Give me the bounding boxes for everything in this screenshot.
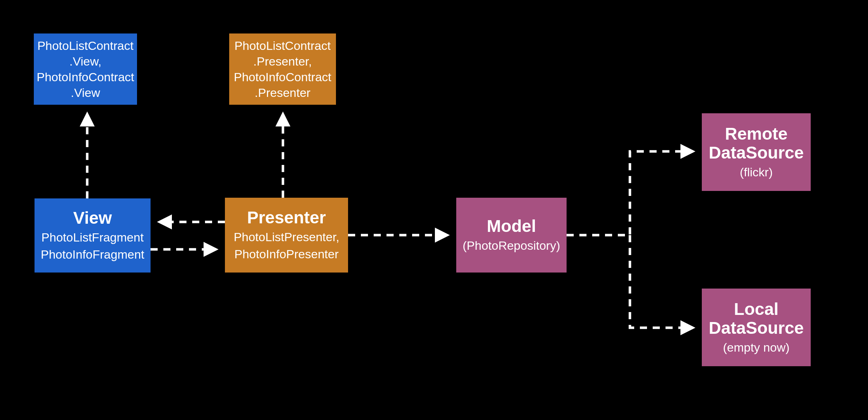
text-view-contract-l3: PhotoInfoContract <box>37 69 134 85</box>
box-view-contract: PhotoListContract .View, PhotoInfoContra… <box>34 33 137 105</box>
box-presenter: Presenter PhotoListPresenter, PhotoInfoP… <box>225 198 348 273</box>
text-remote-title2: DataSource <box>709 144 804 162</box>
text-remote-title1: Remote <box>725 125 788 144</box>
text-presenter-sub1: PhotoListPresenter, <box>234 229 340 245</box>
box-presenter-contract: PhotoListContract .Presenter, PhotoInfoC… <box>229 33 336 105</box>
text-view-sub2: PhotoInfoFragment <box>41 247 144 262</box>
text-view-contract-l1: PhotoListContract <box>37 38 133 53</box>
text-presenter-contract-l3: PhotoInfoContract <box>234 69 331 85</box>
box-remote-datasource: Remote DataSource (flickr) <box>702 113 811 191</box>
box-model: Model (PhotoRepository) <box>456 198 567 273</box>
text-view-contract-l4: .View <box>71 85 100 100</box>
text-model-title: Model <box>487 217 536 236</box>
arrow-model-to-remote <box>567 151 693 235</box>
text-remote-sub1: (flickr) <box>740 165 773 180</box>
text-local-title2: DataSource <box>709 319 804 338</box>
text-local-title1: Local <box>734 300 778 319</box>
diagram-canvas: PhotoListContract .View, PhotoInfoContra… <box>0 0 868 420</box>
arrow-model-to-local <box>630 235 693 328</box>
text-view-contract-l2: .View, <box>69 53 101 69</box>
box-view: View PhotoListFragment PhotoInfoFragment <box>35 198 151 273</box>
text-view-title: View <box>73 209 112 228</box>
text-presenter-contract-l2: .Presenter, <box>253 53 312 69</box>
text-local-sub1: (empty now) <box>723 340 789 355</box>
text-view-sub1: PhotoListFragment <box>41 230 143 245</box>
text-presenter-title: Presenter <box>247 208 326 227</box>
text-model-sub1: (PhotoRepository) <box>463 238 560 253</box>
box-local-datasource: Local DataSource (empty now) <box>702 289 811 366</box>
text-presenter-contract-l1: PhotoListContract <box>235 38 331 53</box>
text-presenter-sub2: PhotoInfoPresenter <box>235 247 339 262</box>
text-presenter-contract-l4: .Presenter <box>255 85 311 100</box>
